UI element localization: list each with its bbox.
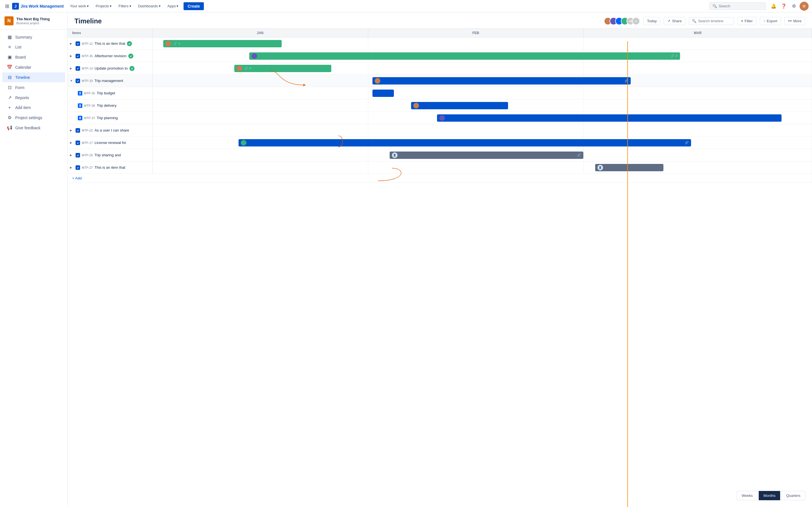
expand-icon[interactable]: ▶ bbox=[70, 42, 74, 45]
sidebar-item-summary[interactable]: ▦ Summary bbox=[2, 32, 65, 42]
item-name[interactable]: This is an item that bbox=[94, 41, 125, 46]
timeline-table: Items JAN FEB MAR ▶ bbox=[68, 29, 812, 183]
grid-menu-icon[interactable]: ⊞ bbox=[3, 1, 11, 11]
expand-icon[interactable]: ▶ bbox=[70, 141, 74, 144]
sidebar-item-project-settings[interactable]: ⚙ Project settings bbox=[2, 113, 65, 122]
item-done-badge bbox=[128, 54, 133, 59]
item-cell: MTP-35 Trip budget bbox=[68, 87, 152, 100]
item-cell: ▶ MTP-29 Trip sharing and bbox=[68, 149, 152, 161]
add-item-cell[interactable]: + Add bbox=[68, 174, 812, 183]
table-row: ▶ MTP-35 Afterburner revision bbox=[68, 50, 812, 62]
item-name[interactable]: Trip planning bbox=[97, 116, 118, 120]
item-cell: ▶ MTP-22 As a user I can share bbox=[68, 124, 152, 136]
share-button[interactable]: ↗ Share bbox=[664, 17, 686, 25]
app-logo[interactable]: J Jira Work Management bbox=[12, 3, 64, 10]
nav-dashboards[interactable]: Dashboards ▾ bbox=[135, 2, 163, 10]
item-name[interactable]: License renewal for bbox=[94, 140, 126, 145]
gantt-cell-mar bbox=[583, 75, 812, 87]
item-checkbox[interactable] bbox=[75, 165, 80, 170]
expand-icon[interactable]: ▶ bbox=[70, 129, 74, 132]
project-type: Business project bbox=[16, 21, 50, 25]
item-name[interactable]: As a user I can share bbox=[94, 128, 129, 132]
bar-avatar bbox=[237, 66, 242, 71]
item-checkbox[interactable] bbox=[75, 128, 80, 133]
item-name[interactable]: Afterburner revision bbox=[94, 54, 126, 58]
sidebar-item-list[interactable]: ≡ List bbox=[2, 42, 65, 52]
today-button[interactable]: Today bbox=[644, 17, 661, 25]
sidebar-item-give-feedback[interactable]: 📢 Give feedback bbox=[2, 123, 65, 133]
sidebar-item-board[interactable]: ▣ Board bbox=[2, 52, 65, 62]
timeline-search[interactable]: 🔍 Search timeline bbox=[689, 17, 734, 25]
list-icon: ≡ bbox=[7, 45, 12, 50]
expand-icon[interactable]: ▼ bbox=[70, 79, 74, 82]
expand-icon[interactable]: ▶ bbox=[70, 67, 74, 70]
feedback-icon: 📢 bbox=[7, 125, 12, 130]
sidebar-item-calendar[interactable]: 📅 Calendar bbox=[2, 62, 65, 72]
sidebar-item-reports[interactable]: ↗ Reports bbox=[2, 93, 65, 103]
item-name[interactable]: Trip sharing and bbox=[94, 153, 121, 157]
gantt-cell-feb bbox=[368, 87, 583, 100]
item-checkbox[interactable] bbox=[78, 91, 82, 96]
sidebar-item-add-item[interactable]: + Add item bbox=[2, 103, 65, 112]
sidebar: N The Next Big Thing Business project ▦ … bbox=[0, 12, 68, 507]
gantt-bar[interactable] bbox=[372, 90, 394, 97]
nav-filters[interactable]: Filters ▾ bbox=[116, 2, 134, 10]
add-item-row[interactable]: + Add bbox=[68, 174, 812, 183]
item-cell: ▶ MTP-35 Afterburner revision bbox=[68, 50, 152, 62]
expand-icon[interactable]: ▶ bbox=[70, 166, 74, 169]
global-search[interactable]: 🔍 Search bbox=[709, 2, 766, 10]
quarters-view-button[interactable]: Quarters bbox=[781, 491, 805, 500]
sidebar-item-form[interactable]: ⊡ Form bbox=[2, 82, 65, 93]
item-checkbox[interactable] bbox=[75, 78, 80, 83]
add-collaborator-button[interactable]: + bbox=[632, 17, 640, 25]
expand-icon[interactable]: ▶ bbox=[70, 154, 74, 157]
filter-icon: ≡ bbox=[741, 19, 743, 23]
table-row: ▶ MTP-22 As a user I can share bbox=[68, 124, 812, 136]
gantt-bar[interactable]: 🔗 ✓ bbox=[163, 40, 282, 47]
item-name[interactable]: Trip budget bbox=[97, 91, 115, 95]
item-label: MTP-36 Trip delivery bbox=[78, 103, 150, 108]
gantt-cell-feb bbox=[368, 112, 583, 124]
user-avatar[interactable]: U bbox=[800, 2, 809, 11]
item-done-badge bbox=[127, 41, 132, 46]
item-cell: MTP-37 Trip planning bbox=[68, 112, 152, 124]
item-checkbox[interactable] bbox=[75, 140, 80, 145]
item-label: ▶ MTP-22 As a user I can share bbox=[70, 128, 150, 133]
expand-icon[interactable]: ▶ bbox=[70, 54, 74, 57]
item-checkbox[interactable] bbox=[75, 54, 80, 58]
item-checkbox[interactable] bbox=[75, 153, 80, 158]
item-checkbox[interactable] bbox=[78, 116, 82, 120]
project-header[interactable]: N The Next Big Thing Business project bbox=[0, 12, 67, 30]
gantt-bar[interactable]: 🔗 ✓ bbox=[234, 65, 331, 72]
export-button[interactable]: ↑ Export bbox=[760, 17, 781, 25]
months-view-button[interactable]: Months bbox=[759, 491, 780, 500]
gantt-cell-mar bbox=[583, 38, 812, 50]
notifications-icon[interactable]: 🔔 bbox=[769, 2, 778, 11]
item-checkbox[interactable] bbox=[75, 66, 80, 71]
nav-apps[interactable]: Apps ▾ bbox=[165, 2, 182, 10]
nav-projects[interactable]: Projects ▾ bbox=[93, 2, 114, 10]
sidebar-nav: ▦ Summary ≡ List ▣ Board 📅 Calendar ⊟ Ti… bbox=[0, 30, 67, 507]
sidebar-label-form: Form bbox=[15, 86, 24, 90]
create-button[interactable]: Create bbox=[184, 2, 204, 10]
gantt-bar[interactable] bbox=[411, 102, 508, 109]
help-icon[interactable]: ❓ bbox=[779, 2, 788, 11]
item-checkbox[interactable] bbox=[78, 103, 82, 108]
item-name[interactable]: Trip management bbox=[94, 78, 123, 83]
gantt-bar[interactable]: 🔗 ✓ bbox=[249, 52, 680, 60]
timeline-header: Timeline +3 + Today ↗ Share 🔍 Search tim… bbox=[68, 12, 812, 29]
nav-your-work[interactable]: Your work ▾ bbox=[67, 2, 92, 10]
more-button[interactable]: ••• More bbox=[784, 17, 805, 25]
item-name[interactable]: This is an item that bbox=[94, 165, 125, 170]
gantt-bar[interactable]: 👤 🔗 bbox=[390, 152, 583, 159]
sidebar-item-timeline[interactable]: ⊟ Timeline bbox=[2, 72, 65, 82]
item-checkbox[interactable] bbox=[75, 41, 80, 46]
item-name[interactable]: Update promotion to bbox=[94, 66, 128, 70]
weeks-view-button[interactable]: Weeks bbox=[737, 491, 758, 500]
item-name[interactable]: Trip delivery bbox=[97, 103, 116, 108]
collaborator-avatars: +3 + bbox=[604, 17, 640, 25]
filter-button[interactable]: ≡ Filter bbox=[737, 17, 756, 25]
settings-icon[interactable]: ⚙ bbox=[790, 2, 799, 11]
item-id: MTP-35 bbox=[84, 92, 95, 95]
gantt-bar[interactable]: 👤 bbox=[595, 164, 664, 171]
